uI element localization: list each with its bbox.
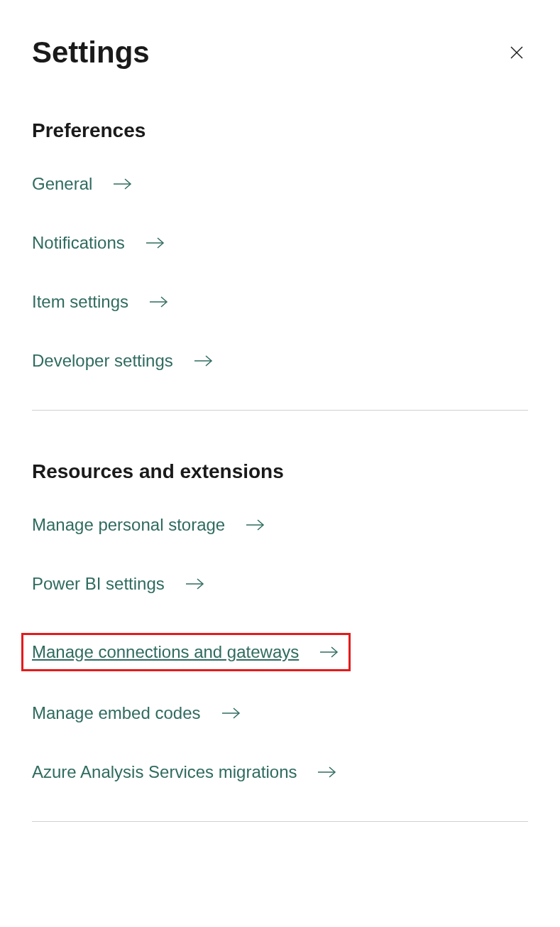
arrow-right-icon xyxy=(186,577,206,591)
section-divider xyxy=(32,821,528,822)
arrow-right-icon xyxy=(246,518,266,532)
arrow-right-icon xyxy=(114,177,133,191)
arrow-right-icon xyxy=(146,236,166,250)
link-label: Developer settings xyxy=(32,351,173,371)
arrow-right-icon xyxy=(318,765,338,779)
link-label: General xyxy=(32,174,92,194)
link-manage-personal-storage[interactable]: Manage personal storage xyxy=(32,515,528,535)
link-azure-analysis-services[interactable]: Azure Analysis Services migrations xyxy=(32,762,528,782)
close-button[interactable] xyxy=(505,41,528,64)
arrow-right-icon xyxy=(320,645,340,659)
arrow-right-icon xyxy=(222,706,242,720)
link-label: Item settings xyxy=(32,292,128,312)
arrow-right-icon xyxy=(194,354,214,368)
link-label: Notifications xyxy=(32,233,125,253)
link-label: Manage connections and gateways xyxy=(32,642,299,662)
link-manage-connections-gateways-highlighted[interactable]: Manage connections and gateways xyxy=(21,633,351,671)
settings-header: Settings xyxy=(32,36,528,70)
link-label: Azure Analysis Services migrations xyxy=(32,762,297,782)
link-label: Manage personal storage xyxy=(32,515,225,535)
arrow-right-icon xyxy=(150,295,170,309)
link-manage-embed-codes[interactable]: Manage embed codes xyxy=(32,703,528,723)
page-title: Settings xyxy=(32,36,150,70)
close-icon xyxy=(508,44,525,61)
resources-heading: Resources and extensions xyxy=(32,460,528,483)
link-developer-settings[interactable]: Developer settings xyxy=(32,351,528,371)
link-general[interactable]: General xyxy=(32,174,528,194)
link-label: Manage embed codes xyxy=(32,703,201,723)
link-notifications[interactable]: Notifications xyxy=(32,233,528,253)
link-label: Power BI settings xyxy=(32,574,165,594)
section-divider xyxy=(32,410,528,411)
link-item-settings[interactable]: Item settings xyxy=(32,292,528,312)
preferences-heading: Preferences xyxy=(32,119,528,142)
preferences-section: Preferences General Notifications Item s… xyxy=(32,119,528,371)
resources-section: Resources and extensions Manage personal… xyxy=(32,460,528,782)
link-power-bi-settings[interactable]: Power BI settings xyxy=(32,574,528,594)
